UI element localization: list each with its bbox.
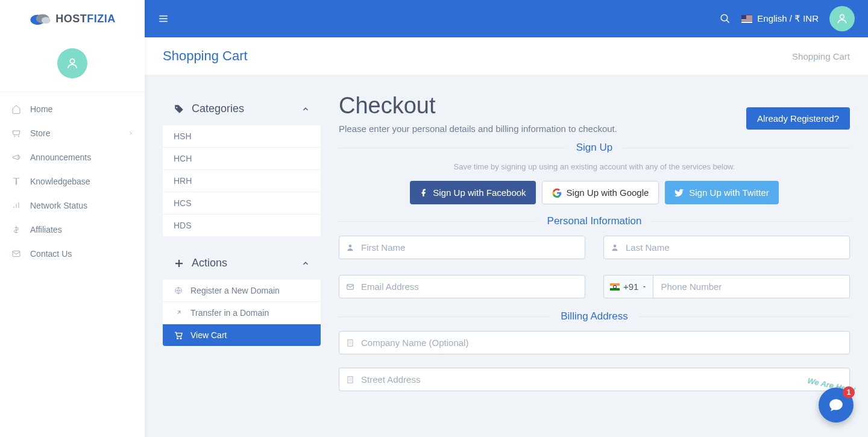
personal-divider: Personal Information [339,215,850,227]
logo-area[interactable]: HOSTFIZIA [0,0,145,37]
signup-google-button[interactable]: Sign Up with Google [542,181,659,204]
home-icon [11,104,22,114]
sidebar-item-store[interactable]: Store [0,121,145,145]
tags-icon [174,104,184,115]
email-wrap [339,275,585,298]
book-icon [11,177,22,186]
country-code-select[interactable]: +91 [603,275,653,298]
envelope-icon [346,283,354,291]
svg-point-8 [840,14,844,19]
user-icon [611,244,619,252]
signup-twitter-button[interactable]: Sign Up with Twitter [665,181,778,204]
cart-icon [11,128,22,138]
logo: HOSTFIZIA [29,11,116,26]
category-item[interactable]: HCH [163,147,321,169]
sidebar-avatar-section [0,37,145,92]
already-registered-button[interactable]: Already Registered? [746,107,850,130]
svg-point-2 [42,17,51,24]
locale-switcher[interactable]: English / ₹ INR [741,13,819,24]
sidebar-item-label: Knowledgebase [30,177,90,186]
sidebar-item-label: Announcements [30,152,91,162]
locale-label: English / ₹ INR [757,13,819,24]
dollar-icon [11,225,22,234]
sidebar-item-label: Network Status [30,201,87,210]
chat-icon [828,397,844,413]
sidebar-item-network-status[interactable]: Network Status [0,193,145,218]
company-wrap [339,331,850,354]
category-item[interactable]: HSH [163,125,321,147]
user-icon [346,244,354,252]
billing-divider: Billing Address [339,310,850,322]
first-name-input[interactable] [339,236,585,259]
user-menu-button[interactable] [829,6,855,31]
street-input[interactable] [339,368,850,391]
svg-point-10 [177,338,178,339]
sidebar-item-label: Affiliates [30,225,62,234]
chat-widget-button[interactable]: 1 [819,388,854,423]
menu-toggle-button[interactable] [158,13,169,24]
categories-panel: Categories HSH HCH HRH HCS HDS [163,93,321,236]
share-icon [174,309,183,317]
svg-point-4 [14,136,15,137]
sidebar-item-contact[interactable]: Contact Us [0,242,145,266]
chat-badge: 1 [843,386,855,398]
svg-rect-15 [348,339,353,346]
sidebar-item-home[interactable]: Home [0,97,145,121]
search-button[interactable] [720,13,731,24]
logo-mark-icon [29,11,52,26]
sidebar-item-label: Store [30,128,50,138]
action-view-cart[interactable]: View Cart [163,324,321,346]
cart-icon [174,330,183,340]
chevron-right-icon [128,130,134,136]
signup-divider: Sign Up [339,142,850,154]
megaphone-icon [11,152,22,162]
topbar: English / ₹ INR [145,0,868,37]
street-wrap [339,368,850,391]
svg-point-3 [70,59,74,63]
sidebar-item-label: Home [30,104,52,114]
page-header: Shopping Cart Shopping Cart [145,37,868,75]
actions-toggle[interactable]: Actions [163,247,321,279]
sidebar-avatar[interactable] [57,48,87,78]
signup-facebook-button[interactable]: Sign Up with Facebook [410,181,535,204]
last-name-input[interactable] [603,236,850,259]
action-transfer-domain[interactable]: Transfer in a Domain [163,301,321,324]
svg-point-12 [349,244,352,247]
user-icon [66,57,79,70]
action-register-domain[interactable]: Register a New Domain [163,279,321,301]
sidebar: HOSTFIZIA Home Store Announcements [0,0,145,437]
page-title: Shopping Cart [163,48,248,64]
facebook-icon [420,189,428,197]
svg-rect-16 [348,376,353,383]
us-flag-icon [741,15,752,23]
globe-icon [174,286,183,295]
sidebar-item-label: Contact Us [30,249,72,259]
signup-hint: Save time by signing up using an existin… [339,162,850,171]
svg-point-11 [180,338,181,339]
panel-title: Actions [192,257,227,269]
signal-icon [11,201,22,210]
envelope-icon [11,249,22,259]
user-icon [836,13,848,25]
sidebar-item-announcements[interactable]: Announcements [0,145,145,169]
category-item[interactable]: HRH [163,169,321,192]
category-item[interactable]: HCS [163,192,321,214]
svg-point-13 [614,244,617,247]
categories-toggle[interactable]: Categories [163,93,321,125]
chevron-up-icon [301,105,310,113]
company-input[interactable] [339,331,850,354]
svg-point-5 [18,136,19,137]
building-icon [346,376,354,384]
country-code-label: +91 [623,281,638,292]
category-item[interactable]: HDS [163,214,321,236]
twitter-icon [675,188,684,198]
google-icon [552,188,562,198]
nav-links: Home Store Announcements Knowledgebase N… [0,92,145,266]
chevron-up-icon [301,259,310,268]
email-input[interactable] [339,275,585,298]
breadcrumb: Shopping Cart [792,51,850,61]
phone-input[interactable] [653,275,850,298]
sidebar-item-affiliates[interactable]: Affiliates [0,218,145,242]
sidebar-item-knowledgebase[interactable]: Knowledgebase [0,169,145,193]
plus-icon [174,258,184,269]
